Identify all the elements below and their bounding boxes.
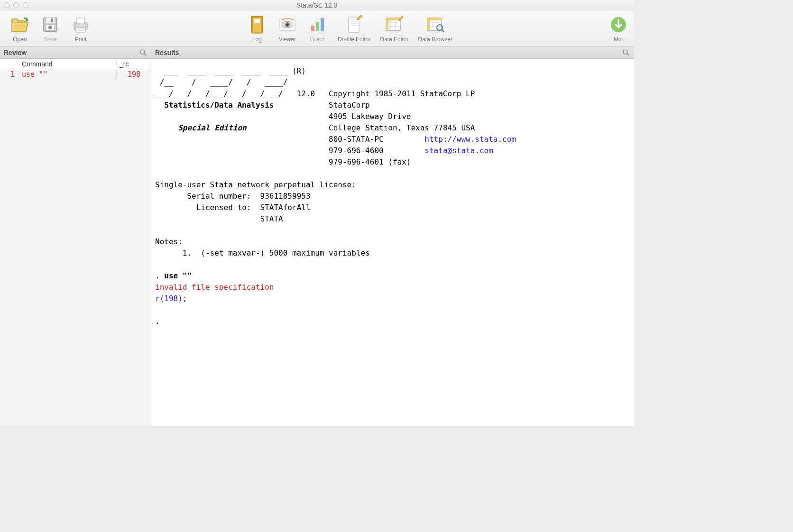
phone: 800-STATA-PC <box>329 135 384 144</box>
print-button[interactable]: Print <box>66 13 95 44</box>
log-book-icon <box>247 14 267 35</box>
review-header: Review <box>0 46 151 59</box>
svg-rect-27 <box>386 18 388 30</box>
company: StataCorp <box>329 101 370 110</box>
dofile-label: Do-file Editor <box>338 36 370 43</box>
review-title: Review <box>4 49 27 56</box>
col-command-header[interactable]: Command <box>19 60 117 68</box>
licensed-to: STATAforAll <box>260 203 311 212</box>
note-line: 1. (-set maxvar-) 5000 maximum variables <box>155 248 370 257</box>
svg-line-45 <box>627 54 629 55</box>
zoom-window-button[interactable] <box>23 2 28 8</box>
svg-rect-6 <box>77 18 84 24</box>
svg-line-40 <box>442 29 444 32</box>
svg-rect-12 <box>254 19 260 23</box>
printer-icon <box>70 14 91 35</box>
svg-rect-34 <box>427 18 430 30</box>
fax: 979-696-4601 (fax) <box>329 157 411 166</box>
results-output[interactable]: ___ ____ ____ ____ ____ (R) /__ / ____/ … <box>151 59 634 426</box>
command-prompt: . <box>155 271 164 280</box>
svg-rect-17 <box>311 26 314 31</box>
svg-rect-7 <box>76 28 85 32</box>
phone: 979-696-4600 <box>329 146 384 155</box>
save-label: Save <box>44 36 56 43</box>
graph-button[interactable]: Graph <box>304 13 332 44</box>
ascii-art-line: ___ ____ ____ ____ ____ (R) <box>155 66 306 75</box>
command-prompt: . <box>155 317 160 326</box>
eye-icon <box>277 14 298 35</box>
licensed-label: Licensed to: <box>155 203 260 212</box>
edition: Special Edition <box>178 123 247 132</box>
more-button[interactable]: Mor <box>604 13 633 44</box>
graph-label: Graph <box>310 36 325 43</box>
license-header: Single-user Stata network perpetual lice… <box>155 180 356 189</box>
command-echo: use "" <box>164 271 192 280</box>
row-rc: 198 <box>117 70 151 79</box>
document-pencil-icon <box>344 14 365 35</box>
serial-number: 93611859953 <box>260 192 311 201</box>
row-num: 1 <box>0 70 19 79</box>
notes-header: Notes: <box>155 237 183 246</box>
results-title: Results <box>155 49 179 56</box>
tagline: Statistics/Data Analysis <box>155 101 274 110</box>
svg-rect-1 <box>46 18 55 23</box>
error-code[interactable]: r(198); <box>155 294 187 303</box>
results-header: Results <box>151 46 634 59</box>
spreadsheet-pencil-icon <box>384 14 405 35</box>
svg-point-16 <box>286 23 288 26</box>
download-arrow-icon <box>608 14 629 35</box>
folder-open-icon <box>9 14 30 35</box>
col-rc-header[interactable]: _rc <box>117 60 151 68</box>
search-icon[interactable] <box>139 49 147 56</box>
log-label: Log <box>252 36 262 43</box>
svg-point-4 <box>48 26 52 29</box>
traffic-lights <box>4 2 28 8</box>
svg-point-44 <box>623 50 627 54</box>
data-editor-button[interactable]: Data Editor <box>376 13 412 44</box>
svg-rect-2 <box>51 18 53 22</box>
error-message: invalid file specification <box>155 283 274 292</box>
email-link[interactable]: stata@stata.com <box>424 146 493 155</box>
licensed-org: STATA <box>155 214 283 223</box>
save-button[interactable]: Save <box>36 13 65 44</box>
svg-line-43 <box>144 54 146 55</box>
minimize-window-button[interactable] <box>13 2 19 8</box>
review-row[interactable]: 1 use "" 198 <box>0 69 151 80</box>
floppy-disk-icon <box>40 14 61 35</box>
row-command: use "" <box>19 70 117 79</box>
toolbar: Open Save Print Log Viewer <box>0 10 634 46</box>
review-panel: Review Command _rc 1 use "" 198 <box>0 46 151 426</box>
svg-point-42 <box>140 50 145 54</box>
svg-rect-18 <box>316 22 319 31</box>
viewer-button[interactable]: Viewer <box>273 13 302 44</box>
window-title: Stata/SE 12.0 <box>296 1 337 9</box>
print-label: Print <box>75 36 87 43</box>
review-column-headers: Command _rc <box>0 59 151 69</box>
open-button[interactable]: Open <box>6 13 34 44</box>
results-panel: Results ___ ____ ____ ____ ____ (R) /__ … <box>151 46 634 426</box>
serial-label: Serial number: <box>155 192 260 201</box>
search-icon[interactable] <box>622 49 630 56</box>
data-browser-button[interactable]: Data Browser <box>414 13 456 44</box>
dataeditor-label: Data Editor <box>380 36 408 43</box>
viewer-label: Viewer <box>279 36 296 43</box>
more-label: Mor <box>614 36 624 43</box>
website-link[interactable]: http://www.stata.com <box>424 135 516 144</box>
address-line: College Station, Texas 77845 USA <box>329 123 475 132</box>
databrowser-label: Data Browser <box>418 36 452 43</box>
ascii-art-line: /__ / ____/ / ____/ <box>155 78 287 87</box>
ascii-art-line: ___/ / /___/ / /___/ 12.0 Copyright 1985… <box>155 89 475 98</box>
spreadsheet-magnifier-icon <box>425 14 446 35</box>
dofile-editor-button[interactable]: Do-file Editor <box>334 13 374 44</box>
open-label: Open <box>13 36 27 43</box>
bar-chart-icon <box>307 14 328 35</box>
titlebar: Stata/SE 12.0 <box>0 0 634 10</box>
log-button[interactable]: Log <box>243 13 271 44</box>
address-line: 4905 Lakeway Drive <box>329 112 411 121</box>
close-window-button[interactable] <box>4 2 9 8</box>
svg-rect-19 <box>321 18 324 31</box>
